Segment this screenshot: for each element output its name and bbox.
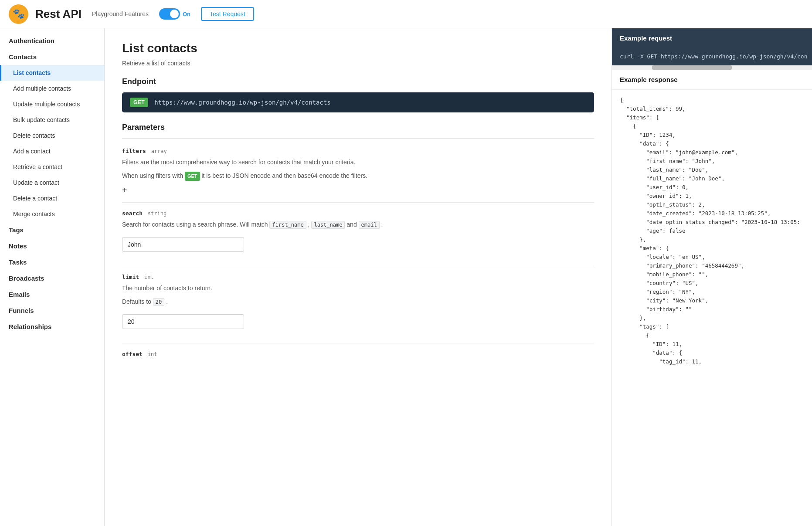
example-request-header: Example request xyxy=(612,28,812,48)
test-request-button[interactable]: Test Request xyxy=(201,7,254,21)
toggle-on-label: On xyxy=(183,11,190,17)
param-divider-1 xyxy=(122,202,594,203)
sidebar: Authentication Contacts List contacts Ad… xyxy=(0,28,105,526)
code-first-name: first_name xyxy=(269,221,306,229)
sidebar-item-notes[interactable]: Notes xyxy=(0,238,104,254)
endpoint-section-title: Endpoint xyxy=(122,77,594,86)
code-email: email xyxy=(359,221,380,229)
header: 🐾 Rest API Playground Features On Test R… xyxy=(0,0,812,28)
sidebar-item-add-multiple-contacts[interactable]: Add multiple contacts xyxy=(0,81,104,96)
sidebar-item-list-contacts[interactable]: List contacts xyxy=(0,65,104,81)
sidebar-item-broadcasts[interactable]: Broadcasts xyxy=(0,270,104,286)
endpoint-url: https://www.groundhogg.io/wp-json/gh/v4/… xyxy=(154,99,331,106)
param-desc-limit-default: Defaults to 20 . xyxy=(122,297,594,306)
main-content: List contacts Retrieve a list of contact… xyxy=(105,28,612,526)
right-panel: Example request curl -X GET https://www.… xyxy=(612,28,812,526)
expand-button[interactable]: + xyxy=(122,185,594,195)
param-type-offset: int xyxy=(148,351,157,357)
toggle-switch[interactable] xyxy=(159,8,180,20)
endpoint-box: GET https://www.groundhogg.io/wp-json/gh… xyxy=(122,92,594,112)
param-divider-2 xyxy=(122,266,594,266)
sidebar-item-relationships[interactable]: Relationships xyxy=(0,319,104,335)
code-default-20: 20 xyxy=(153,298,164,306)
playground-toggle[interactable]: On xyxy=(159,8,190,20)
param-offset: offset int xyxy=(122,350,594,357)
app-title: Rest API xyxy=(35,7,82,21)
logo: 🐾 xyxy=(9,4,28,24)
page-title: List contacts xyxy=(122,41,594,55)
param-name-filters: filters xyxy=(122,148,146,154)
param-name-limit: limit xyxy=(122,274,139,280)
param-desc-filters: Filters are the most comprehensive way t… xyxy=(122,158,594,167)
example-response-code: { "total_items": 99, "items": [ { "ID": … xyxy=(612,90,812,372)
sidebar-item-authentication[interactable]: Authentication xyxy=(0,33,104,49)
sidebar-item-delete-contacts[interactable]: Delete contacts xyxy=(0,128,104,143)
parameters-section-title: Parameters xyxy=(122,123,594,132)
sidebar-item-bulk-update-contacts[interactable]: Bulk update contacts xyxy=(0,112,104,128)
param-name-offset: offset xyxy=(122,351,143,357)
limit-input[interactable] xyxy=(122,314,244,329)
param-desc-filters-extra: When using filters with GET it is best t… xyxy=(122,171,594,181)
layout: Authentication Contacts List contacts Ad… xyxy=(0,28,812,526)
sidebar-item-update-multiple-contacts[interactable]: Update multiple contacts xyxy=(0,96,104,112)
sidebar-item-update-a-contact[interactable]: Update a contact xyxy=(0,175,104,190)
method-badge: GET xyxy=(130,98,148,107)
playground-label: Playground Features xyxy=(92,10,149,17)
param-type-search: string xyxy=(148,210,166,217)
sidebar-item-tasks[interactable]: Tasks xyxy=(0,254,104,270)
param-search: search string Search for contacts using … xyxy=(122,210,594,259)
parameters-section: filters array Filters are the most compr… xyxy=(122,138,594,357)
sidebar-item-emails[interactable]: Emails xyxy=(0,286,104,302)
param-name-search: search xyxy=(122,210,143,217)
param-desc-search: Search for contacts using a search phras… xyxy=(122,220,594,229)
example-request-code: curl -X GET https://www.groundhogg.io/wp… xyxy=(612,48,812,65)
example-response-header: Example response xyxy=(612,70,812,90)
search-input[interactable] xyxy=(122,237,244,252)
param-type-filters: array xyxy=(151,148,167,154)
code-last-name: last_name xyxy=(311,221,345,229)
sidebar-item-tags[interactable]: Tags xyxy=(0,222,104,238)
sidebar-item-add-a-contact[interactable]: Add a contact xyxy=(0,143,104,159)
param-type-limit: int xyxy=(144,274,154,280)
param-desc-limit: The number of contacts to return. xyxy=(122,284,594,293)
sidebar-item-contacts[interactable]: Contacts xyxy=(0,49,104,65)
sidebar-item-funnels[interactable]: Funnels xyxy=(0,302,104,319)
sidebar-item-retrieve-a-contact[interactable]: Retrieve a contact xyxy=(0,159,104,175)
get-badge-inline: GET xyxy=(185,172,200,181)
sidebar-item-merge-contacts[interactable]: Merge contacts xyxy=(0,206,104,222)
toggle-knob xyxy=(170,10,179,18)
param-filters: filters array Filters are the most compr… xyxy=(122,147,594,195)
scrollbar-thumb xyxy=(652,65,732,70)
param-divider-3 xyxy=(122,343,594,343)
param-limit: limit int The number of contacts to retu… xyxy=(122,273,594,336)
scrollbar-track[interactable] xyxy=(612,65,812,70)
sidebar-item-delete-a-contact[interactable]: Delete a contact xyxy=(0,190,104,206)
page-subtitle: Retrieve a list of contacts. xyxy=(122,60,594,67)
